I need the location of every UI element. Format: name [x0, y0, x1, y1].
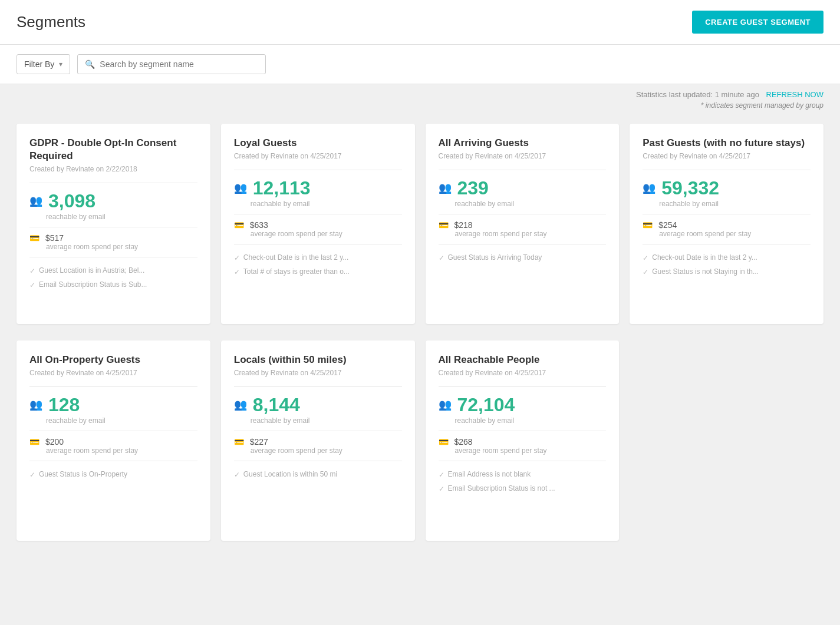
card-divider	[439, 386, 607, 387]
card-divider2	[234, 214, 402, 214]
segment-card[interactable]: All On-Property Guests Created by Revina…	[17, 340, 210, 541]
check-icon: ✓	[234, 470, 240, 480]
people-icon: 👥	[234, 398, 247, 411]
create-guest-segment-button[interactable]: CREATE GUEST SEGMENT	[692, 11, 823, 34]
reachable-stat-row: 👥 239	[439, 178, 607, 197]
criteria-list: ✓ Guest Status is Arriving Today	[439, 253, 607, 263]
card-title: All Arriving Guests	[439, 137, 607, 150]
reachable-label: reachable by email	[659, 200, 811, 208]
segment-card[interactable]: Loyal Guests Created by Revinate on 4/25…	[221, 124, 415, 324]
people-icon: 👥	[439, 181, 452, 194]
reachable-count: 3,098	[48, 191, 95, 210]
segment-card[interactable]: Locals (within 50 miles) Created by Revi…	[221, 340, 415, 541]
spend-amount: $268	[454, 437, 473, 447]
card-divider3	[439, 244, 607, 244]
reachable-stat-row: 👥 12,113	[234, 178, 402, 197]
money-icon: 💳	[439, 220, 449, 230]
people-icon: 👥	[29, 194, 42, 207]
search-input[interactable]	[100, 59, 258, 69]
check-icon: ✓	[234, 267, 240, 277]
refresh-now-link[interactable]: REFRESH NOW	[766, 90, 824, 99]
money-icon: 💳	[29, 437, 39, 447]
filter-by-dropdown[interactable]: Filter By ▾	[17, 54, 70, 74]
segment-card[interactable]: All Reachable People Created by Revinate…	[426, 340, 620, 541]
reachable-stat-row: 👥 3,098	[29, 191, 197, 210]
spend-label: average room spend per stay	[251, 447, 402, 455]
card-divider2	[29, 431, 197, 431]
spend-amount: $633	[250, 220, 268, 230]
criteria-list: ✓ Check-out Date is in the last 2 y... ✓…	[234, 253, 402, 277]
card-divider	[234, 170, 402, 170]
criteria-item: ✓ Check-out Date is in the last 2 y...	[234, 253, 402, 263]
reachable-count: 12,113	[253, 178, 311, 197]
spend-label: average room spend per stay	[455, 230, 607, 238]
search-icon: 🔍	[85, 59, 95, 69]
money-icon: 💳	[439, 437, 449, 447]
criteria-list: ✓ Email Address is not blank ✓ Email Sub…	[439, 469, 607, 494]
segment-card[interactable]: Past Guests (with no future stays) Creat…	[630, 124, 823, 324]
criteria-item: ✓ Guest Location is in Austria; Bel...	[29, 266, 197, 276]
card-divider3	[234, 244, 402, 244]
card-title: Locals (within 50 miles)	[234, 353, 402, 366]
managed-note: * indicates segment managed by group	[0, 101, 840, 117]
criteria-item: ✓ Total # of stays is greater than o...	[234, 267, 402, 277]
card-divider	[643, 170, 811, 170]
criteria-item: ✓ Email Address is not blank	[439, 469, 607, 480]
spend-row: 💳 $517	[29, 233, 197, 243]
check-icon: ✓	[29, 280, 35, 290]
segments-grid-row2: All On-Property Guests Created by Revina…	[0, 340, 840, 557]
toolbar: Filter By ▾ 🔍	[0, 45, 840, 84]
check-icon: ✓	[439, 484, 444, 494]
criteria-item: ✓ Guest Status is Arriving Today	[439, 253, 607, 263]
spend-row: 💳 $254	[643, 220, 811, 230]
card-divider	[234, 386, 402, 387]
card-created-by: Created by Revinate on 4/25/2017	[234, 369, 402, 377]
card-divider	[439, 170, 607, 170]
card-divider2	[643, 214, 811, 214]
filter-by-label: Filter By	[24, 59, 54, 69]
check-icon: ✓	[643, 267, 648, 277]
criteria-item: ✓ Guest Status is On-Property	[29, 469, 197, 480]
criteria-text: Guest Location is in Austria; Bel...	[39, 266, 144, 276]
card-divider3	[29, 461, 197, 461]
check-icon: ✓	[29, 470, 35, 480]
reachable-label: reachable by email	[46, 213, 197, 221]
empty-card-slot	[630, 340, 823, 541]
reachable-label: reachable by email	[455, 416, 607, 425]
card-divider	[29, 386, 197, 387]
card-divider3	[439, 461, 607, 461]
card-title: All Reachable People	[439, 353, 607, 366]
spend-amount: $227	[250, 437, 268, 447]
segment-card[interactable]: GDPR - Double Opt-In Consent Required Cr…	[17, 124, 210, 324]
card-divider3	[29, 257, 197, 257]
spend-row: 💳 $268	[439, 437, 607, 447]
spend-row: 💳 $633	[234, 220, 402, 230]
criteria-text: Email Subscription Status is Sub...	[39, 280, 147, 290]
criteria-item: ✓ Check-out Date is in the last 2 y...	[643, 253, 811, 263]
card-title: GDPR - Double Opt-In Consent Required	[29, 137, 197, 163]
criteria-item: ✓ Guest Location is within 50 mi	[234, 469, 402, 480]
spend-amount: $200	[45, 437, 64, 447]
reachable-count: 8,144	[253, 395, 300, 414]
chevron-down-icon: ▾	[59, 60, 62, 68]
spend-label: average room spend per stay	[659, 230, 811, 238]
segment-card[interactable]: All Arriving Guests Created by Revinate …	[426, 124, 620, 324]
criteria-text: Email Address is not blank	[448, 469, 531, 480]
card-created-by: Created by Revinate on 4/25/2017	[439, 152, 607, 160]
money-icon: 💳	[29, 233, 39, 243]
spend-amount: $254	[658, 220, 677, 230]
people-icon: 👥	[29, 398, 42, 411]
segments-grid-row1: GDPR - Double Opt-In Consent Required Cr…	[0, 117, 840, 340]
people-icon: 👥	[439, 398, 452, 411]
criteria-text: Email Subscription Status is not ...	[448, 484, 555, 494]
reachable-label: reachable by email	[251, 416, 402, 425]
reachable-stat-row: 👥 59,332	[643, 178, 811, 197]
card-created-by: Created by Revinate on 4/25/2017	[234, 152, 402, 160]
criteria-item: ✓ Email Subscription Status is Sub...	[29, 280, 197, 290]
card-created-by: Created by Revinate on 4/25/2017	[643, 152, 811, 160]
card-created-by: Created by Revinate on 2/22/2018	[29, 165, 197, 173]
spend-amount: $517	[45, 233, 64, 243]
card-divider3	[643, 244, 811, 244]
stats-bar: Statistics last updated: 1 minute ago RE…	[0, 84, 840, 101]
criteria-text: Total # of stays is greater than o...	[243, 267, 350, 277]
